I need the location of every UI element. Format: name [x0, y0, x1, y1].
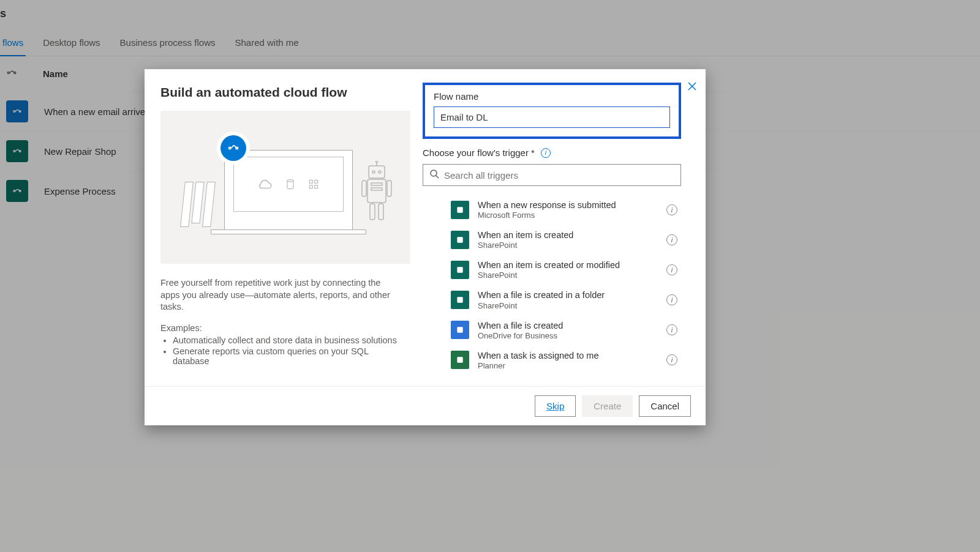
trigger-connector: SharePoint — [478, 301, 658, 310]
build-automated-flow-dialog: Build an automated cloud flow — [145, 69, 706, 425]
svg-rect-15 — [369, 166, 385, 178]
trigger-item[interactable]: When a file is created in a folderShareP… — [423, 285, 681, 315]
svg-rect-31 — [457, 207, 462, 212]
connector-icon — [451, 291, 469, 309]
svg-rect-12 — [315, 185, 318, 188]
svg-point-13 — [229, 147, 231, 149]
svg-line-30 — [436, 176, 439, 178]
svg-rect-36 — [457, 357, 462, 363]
cancel-button[interactable]: Cancel — [639, 395, 691, 417]
trigger-connector: Planner — [478, 361, 658, 370]
trigger-item[interactable]: When a new response is submittedMicrosof… — [423, 195, 681, 225]
svg-rect-23 — [362, 181, 366, 196]
trigger-title: When a new response is submitted — [478, 200, 658, 211]
trigger-item[interactable]: When an item is createdSharePointi — [423, 225, 681, 255]
trigger-connector: SharePoint — [478, 241, 658, 250]
trigger-search-wrapper[interactable] — [423, 164, 681, 186]
connector-icon — [451, 201, 469, 219]
trigger-connector: OneDrive for Business — [478, 331, 658, 340]
flow-badge-icon — [221, 135, 246, 161]
svg-rect-21 — [371, 183, 382, 185]
close-button[interactable] — [684, 78, 701, 95]
svg-rect-10 — [315, 180, 318, 183]
create-button[interactable]: Create — [582, 395, 633, 417]
trigger-item[interactable]: When a file is createdOneDrive for Busin… — [423, 315, 681, 345]
examples-header: Examples: — [160, 323, 398, 333]
trigger-item[interactable]: When a task is assigned to mePlanneri — [423, 345, 681, 373]
svg-rect-25 — [370, 204, 375, 220]
svg-rect-24 — [387, 181, 391, 196]
info-icon[interactable]: i — [666, 324, 677, 335]
svg-rect-34 — [457, 297, 462, 302]
trigger-list: When a new response is submittedMicrosof… — [423, 195, 681, 373]
example-item: Automatically collect and store data in … — [173, 335, 398, 345]
svg-point-8 — [287, 180, 293, 182]
dialog-footer: Skip Create Cancel — [145, 386, 706, 425]
svg-point-17 — [379, 171, 381, 173]
examples-list: Automatically collect and store data in … — [160, 335, 398, 366]
flow-name-field-highlight: Flow name — [423, 83, 681, 139]
dialog-title: Build an automated cloud flow — [160, 85, 398, 100]
trigger-title: When a file is created — [478, 320, 658, 331]
flow-name-label: Flow name — [434, 91, 670, 102]
svg-point-19 — [376, 161, 378, 163]
dialog-description: Free yourself from repetitive work just … — [160, 277, 398, 313]
skip-button[interactable]: Skip — [535, 395, 576, 417]
search-icon — [429, 169, 439, 181]
trigger-section-label: Choose your flow's trigger * i — [423, 147, 681, 158]
connector-icon — [451, 231, 469, 249]
example-item: Generate reports via custom queries on y… — [173, 346, 398, 366]
svg-rect-22 — [371, 188, 382, 190]
svg-point-29 — [431, 170, 437, 176]
info-icon[interactable]: i — [666, 234, 677, 245]
trigger-title: When an item is created — [478, 229, 658, 241]
svg-rect-35 — [457, 327, 462, 332]
trigger-title: When an item is created or modified — [478, 259, 658, 270]
connector-icon — [451, 261, 469, 279]
info-icon[interactable]: i — [666, 204, 677, 215]
connector-icon — [451, 321, 469, 339]
svg-rect-9 — [309, 180, 312, 183]
trigger-title: When a file is created in a folder — [478, 289, 658, 300]
info-icon[interactable]: i — [666, 264, 677, 275]
trigger-item[interactable]: When an item is created or modifiedShare… — [423, 255, 681, 285]
svg-point-16 — [372, 171, 375, 173]
info-icon[interactable]: i — [666, 294, 677, 305]
trigger-connector: SharePoint — [478, 270, 658, 280]
trigger-connector: Microsoft Forms — [478, 211, 658, 220]
flow-name-input[interactable] — [434, 106, 670, 128]
svg-rect-33 — [457, 267, 462, 272]
connector-icon — [451, 351, 469, 369]
dialog-illustration — [160, 111, 410, 264]
svg-rect-11 — [309, 185, 312, 188]
svg-rect-32 — [457, 237, 462, 242]
trigger-title: When a task is assigned to me — [478, 350, 658, 361]
info-icon[interactable]: i — [541, 148, 551, 158]
info-icon[interactable]: i — [666, 354, 677, 365]
svg-rect-26 — [379, 204, 383, 220]
trigger-search-input[interactable] — [444, 170, 674, 181]
